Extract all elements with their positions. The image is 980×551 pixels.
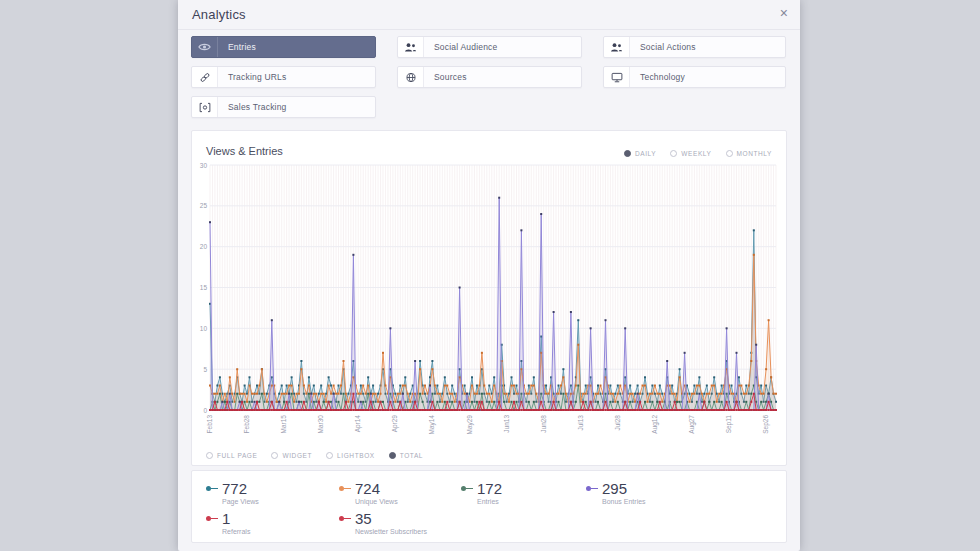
radio-label: WEEKLY [681,150,711,157]
radio-icon [624,150,631,157]
radio-label: DAILY [635,150,656,157]
period-radio-weekly[interactable]: WEEKLY [670,150,711,157]
period-radio-daily[interactable]: DAILY [624,150,656,157]
nav-button-label: Sources [424,67,467,87]
eye-icon [192,37,218,57]
nav-button-entries[interactable]: Entries [191,36,376,58]
views-entries-chart: 051015202530Feb13Feb28Mar15Mar30Apr14Apr… [194,157,786,443]
radio-icon [206,452,213,459]
stat-marker-icon [339,516,351,521]
stat-page-views: 772Page Views [206,480,339,505]
stat-referrals: 1Referrals [206,510,339,535]
stat-marker-icon [339,486,351,491]
modal-title: Analytics [192,7,246,22]
svg-text:25: 25 [200,202,208,209]
stat-unique-views: 724Unique Views [339,480,461,505]
svg-text:Jul28: Jul28 [614,415,621,431]
radio-icon [271,452,278,459]
stat-marker-icon [586,486,598,491]
radio-label: LIGHTBOX [337,452,375,459]
stat-value: 295 [602,480,627,497]
radio-icon [326,452,333,459]
nav-button-label: Social Audience [424,37,498,57]
svg-text:May29: May29 [466,415,474,435]
close-icon[interactable]: × [780,6,788,20]
period-radio-monthly[interactable]: MONTHLY [726,150,773,157]
stat-label: Page Views [222,498,339,505]
svg-text:Mar15: Mar15 [280,415,287,434]
svg-text:Aug27: Aug27 [688,415,696,434]
view-radio-total[interactable]: TOTAL [389,452,423,459]
radio-label: FULL PAGE [217,452,257,459]
stat-value: 724 [355,480,380,497]
svg-text:May14: May14 [428,415,436,435]
svg-text:30: 30 [200,162,208,169]
svg-text:5: 5 [203,366,207,373]
view-radio-group: FULL PAGEWIDGETLIGHTBOXTOTAL [192,443,786,467]
analytics-nav: EntriesSocial AudienceSocial ActionsTrac… [191,36,787,118]
svg-text:Feb28: Feb28 [243,415,250,434]
radio-label: TOTAL [400,452,423,459]
nav-button-sales-tracking[interactable]: Sales Tracking [191,96,376,118]
views-entries-panel: Views & Entries DAILYWEEKLYMONTHLY 05101… [191,130,787,466]
stat-marker-icon [461,486,473,491]
nav-button-social-audience[interactable]: Social Audience [397,36,582,58]
nav-button-social-actions[interactable]: Social Actions [603,36,786,58]
svg-text:Feb13: Feb13 [206,415,213,434]
chart-header: Views & Entries DAILYWEEKLYMONTHLY [192,131,786,157]
stat-newsletter-subscribers: 35Newsletter Subscribers [339,510,461,535]
svg-text:Jun13: Jun13 [503,415,510,433]
view-radio-lightbox[interactable]: LIGHTBOX [326,452,375,459]
view-radio-widget[interactable]: WIDGET [271,452,312,459]
stat-marker-icon [206,486,218,491]
period-radio-group: DAILYWEEKLYMONTHLY [624,150,772,157]
view-radio-full-page[interactable]: FULL PAGE [206,452,257,459]
svg-text:Jun28: Jun28 [540,415,547,433]
svg-text:Apr14: Apr14 [354,415,362,433]
stat-marker-icon [206,516,218,521]
chart-title: Views & Entries [206,136,283,157]
nav-button-label: Tracking URLs [218,67,287,87]
nav-button-label: Sales Tracking [218,97,287,117]
nav-button-label: Entries [218,37,256,57]
svg-text:Sep26: Sep26 [762,415,770,434]
svg-text:20: 20 [200,243,208,250]
radio-icon [670,150,677,157]
radio-label: MONTHLY [737,150,773,157]
modal-header: Analytics × [178,0,800,30]
stat-value: 35 [355,510,372,527]
money-icon [192,97,218,117]
stat-value: 1 [222,510,230,527]
stat-label: Newsletter Subscribers [355,528,461,535]
svg-text:10: 10 [200,325,208,332]
svg-text:Mar30: Mar30 [317,415,324,434]
svg-text:Aug12: Aug12 [651,415,659,434]
svg-text:Sep11: Sep11 [725,415,733,434]
stat-bonus-entries: 295Bonus Entries [586,480,786,505]
stat-value: 172 [477,480,502,497]
radio-label: WIDGET [282,452,312,459]
svg-text:Jul13: Jul13 [577,415,584,431]
analytics-modal: Analytics × EntriesSocial AudienceSocial… [178,0,800,551]
svg-text:0: 0 [203,407,207,414]
radio-icon [389,452,396,459]
monitor-icon [604,67,630,87]
globe-icon [398,67,424,87]
stat-label: Entries [477,498,586,505]
svg-text:Apr29: Apr29 [391,415,399,433]
nav-button-technology[interactable]: Technology [603,66,786,88]
stat-value: 772 [222,480,247,497]
radio-icon [726,150,733,157]
stat-label: Referrals [222,528,339,535]
nav-button-tracking-urls[interactable]: Tracking URLs [191,66,376,88]
users-icon [398,37,424,57]
nav-button-sources[interactable]: Sources [397,66,582,88]
stat-entries: 172Entries [461,480,586,505]
stat-label: Unique Views [355,498,461,505]
nav-button-label: Social Actions [630,37,696,57]
nav-button-label: Technology [630,67,685,87]
svg-text:15: 15 [200,284,208,291]
link-icon [192,67,218,87]
stat-label: Bonus Entries [602,498,786,505]
stats-panel: 772Page Views724Unique Views172Entries29… [191,470,787,543]
